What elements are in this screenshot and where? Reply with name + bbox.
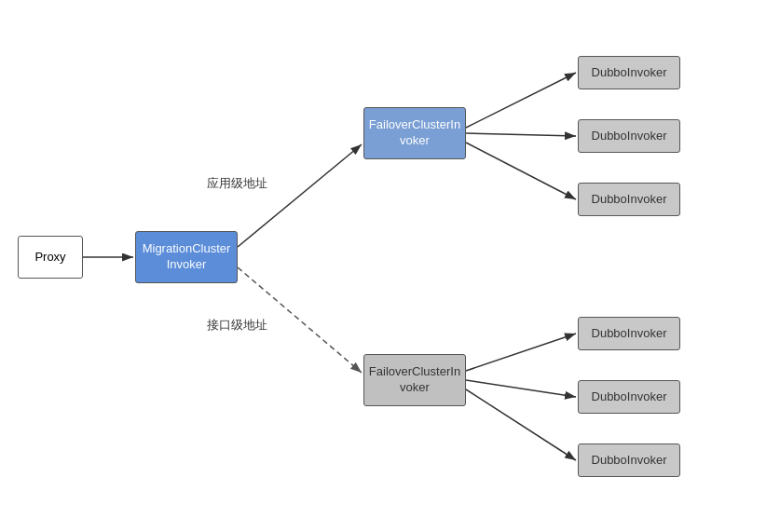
- dubbo-invoker-bottom-1: DubboInvoker: [578, 317, 680, 350]
- dubbo-invoker-top-3: DubboInvoker: [578, 183, 680, 216]
- dubbo-b1-label: DubboInvoker: [592, 326, 667, 342]
- dubbo-t3-label: DubboInvoker: [592, 192, 667, 208]
- dubbo-invoker-bottom-2: DubboInvoker: [578, 380, 680, 414]
- migration-label: MigrationClusterInvoker: [143, 241, 231, 273]
- dubbo-b2-label: DubboInvoker: [592, 389, 667, 405]
- interface-level-label: 接口级地址: [207, 317, 267, 334]
- migration-cluster-invoker-node: MigrationClusterInvoker: [135, 231, 238, 283]
- svg-line-9: [466, 380, 576, 397]
- dubbo-b3-label: DubboInvoker: [592, 453, 667, 469]
- svg-line-3: [238, 144, 362, 247]
- svg-line-8: [466, 334, 576, 371]
- proxy-label: Proxy: [34, 250, 65, 266]
- svg-line-7: [466, 143, 576, 199]
- proxy-node: Proxy: [18, 236, 83, 279]
- failover-top-label: FailoverClusterInvoker: [369, 117, 460, 149]
- svg-line-6: [466, 133, 576, 136]
- failover-cluster-invoker-bottom-node: FailoverClusterInvoker: [363, 354, 466, 406]
- dubbo-t2-label: DubboInvoker: [592, 129, 667, 144]
- dubbo-invoker-top-1: DubboInvoker: [578, 56, 680, 89]
- dubbo-invoker-bottom-3: DubboInvoker: [578, 443, 680, 477]
- svg-line-10: [466, 389, 576, 460]
- diagram: Proxy MigrationClusterInvoker 应用级地址 接口级地…: [0, 0, 780, 532]
- app-level-label: 应用级地址: [207, 175, 267, 192]
- dubbo-invoker-top-2: DubboInvoker: [578, 119, 680, 153]
- dubbo-t1-label: DubboInvoker: [592, 65, 667, 81]
- failover-cluster-invoker-top-node: FailoverClusterInvoker: [363, 107, 466, 159]
- failover-bottom-label: FailoverClusterInvoker: [369, 364, 460, 396]
- svg-line-5: [466, 73, 576, 128]
